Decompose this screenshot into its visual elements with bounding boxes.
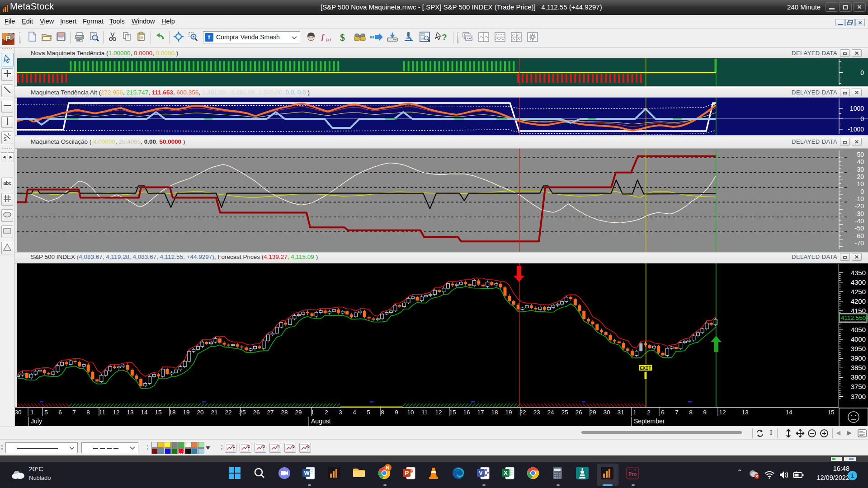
- svg-text:1: 1: [311, 409, 314, 416]
- svg-text:31: 31: [617, 409, 624, 416]
- svg-text:-40: -40: [855, 217, 864, 225]
- svg-text:N: N: [386, 465, 390, 470]
- svg-text:5: 5: [44, 409, 48, 416]
- svg-text:6: 6: [661, 409, 665, 416]
- svg-text:4: 4: [353, 409, 356, 416]
- svg-text:20: 20: [197, 409, 203, 416]
- svg-text:5: 5: [292, 444, 295, 449]
- svg-text:22: 22: [519, 409, 526, 416]
- svg-text:23: 23: [533, 409, 540, 416]
- svg-text:-70: -70: [855, 239, 864, 247]
- svg-text:30: 30: [857, 166, 864, 173]
- svg-text:0: 0: [860, 188, 864, 195]
- svg-text:30: 30: [15, 409, 22, 416]
- svg-text:12: 12: [719, 409, 726, 416]
- svg-text:21: 21: [211, 409, 217, 416]
- svg-text:1: 1: [233, 444, 235, 449]
- svg-text:?: ?: [442, 33, 447, 42]
- svg-text:4200: 4200: [851, 297, 866, 305]
- svg-text:18: 18: [169, 409, 175, 416]
- svg-text:6: 6: [58, 409, 62, 416]
- svg-text:-20: -20: [855, 202, 864, 210]
- svg-text:V: V: [479, 469, 483, 476]
- svg-text:4000: 4000: [851, 335, 866, 343]
- svg-text:1: 1: [30, 409, 34, 416]
- svg-text:15: 15: [827, 409, 834, 416]
- svg-text:3900: 3900: [851, 354, 866, 362]
- svg-text:28: 28: [281, 409, 288, 416]
- svg-text:-30: -30: [855, 210, 864, 217]
- svg-text:-60: -60: [855, 232, 864, 239]
- svg-text:25: 25: [239, 409, 245, 416]
- svg-text:3800: 3800: [851, 373, 866, 381]
- svg-text:3850: 3850: [851, 364, 866, 371]
- svg-text:-10: -10: [855, 195, 864, 202]
- svg-text:6: 6: [307, 444, 310, 449]
- svg-text:10: 10: [857, 180, 864, 188]
- svg-text:0: 0: [860, 115, 864, 122]
- svg-text:4250: 4250: [851, 288, 866, 296]
- svg-text:July: July: [31, 418, 42, 425]
- svg-text:16: 16: [463, 409, 470, 416]
- svg-text:4350: 4350: [851, 269, 866, 277]
- svg-text:Pro: Pro: [628, 471, 637, 477]
- svg-text:EXIT: EXIT: [640, 366, 651, 371]
- svg-text:1000: 1000: [850, 105, 864, 112]
- svg-text:8: 8: [689, 409, 693, 416]
- svg-text:2: 2: [325, 409, 328, 416]
- svg-text:13: 13: [741, 409, 748, 416]
- svg-text:40: 40: [857, 158, 864, 165]
- svg-text:3950: 3950: [851, 345, 866, 352]
- svg-text:10: 10: [407, 409, 414, 416]
- svg-text:26: 26: [253, 409, 259, 416]
- svg-text:29: 29: [589, 409, 596, 416]
- svg-text:19: 19: [505, 409, 512, 416]
- svg-text:11: 11: [421, 409, 428, 416]
- svg-text:3: 3: [263, 444, 265, 449]
- svg-text:30: 30: [603, 409, 610, 416]
- svg-text:7: 7: [675, 409, 679, 416]
- svg-text:14: 14: [141, 409, 148, 416]
- svg-text:29: 29: [295, 409, 302, 416]
- svg-text:12: 12: [113, 409, 119, 416]
- svg-text:-50: -50: [855, 225, 864, 232]
- svg-text:17: 17: [477, 409, 484, 416]
- svg-text:18: 18: [491, 409, 498, 416]
- svg-text:19: 19: [183, 409, 189, 416]
- svg-text:P: P: [405, 469, 409, 476]
- svg-text:S: S: [4, 137, 7, 142]
- svg-text:8: 8: [86, 409, 90, 416]
- svg-text:4150: 4150: [851, 307, 866, 314]
- svg-text:14: 14: [785, 409, 793, 416]
- svg-text:3700: 3700: [851, 393, 866, 400]
- svg-text:W: W: [304, 469, 310, 476]
- svg-text:f: f: [321, 33, 325, 41]
- svg-text:7: 7: [72, 409, 76, 416]
- svg-text:25: 25: [561, 409, 568, 416]
- svg-text:2: 2: [647, 409, 651, 416]
- svg-text:22: 22: [225, 409, 231, 416]
- svg-text:1: 1: [633, 409, 637, 416]
- svg-text:15: 15: [449, 409, 456, 416]
- svg-text:August: August: [311, 418, 331, 425]
- svg-text:$: $: [340, 32, 345, 43]
- svg-text:2: 2: [248, 444, 250, 449]
- svg-text:5: 5: [367, 409, 370, 416]
- svg-text:-1000: -1000: [848, 126, 864, 133]
- svg-text:9: 9: [395, 409, 398, 416]
- svg-text:(x): (x): [326, 37, 331, 42]
- svg-text:September: September: [634, 418, 665, 425]
- svg-text:50: 50: [857, 151, 864, 158]
- svg-text:4050: 4050: [851, 326, 866, 333]
- svg-text:12: 12: [435, 409, 442, 416]
- svg-text:4300: 4300: [851, 278, 866, 286]
- svg-text:15: 15: [155, 409, 161, 416]
- svg-text:13: 13: [127, 409, 133, 416]
- svg-text:4: 4: [278, 444, 280, 449]
- svg-text:26: 26: [575, 409, 582, 416]
- svg-text:3: 3: [339, 409, 342, 416]
- svg-text:0: 0: [860, 69, 864, 76]
- svg-text:9: 9: [703, 409, 707, 416]
- svg-text:4112.550: 4112.550: [841, 314, 866, 321]
- svg-text:X: X: [504, 469, 508, 476]
